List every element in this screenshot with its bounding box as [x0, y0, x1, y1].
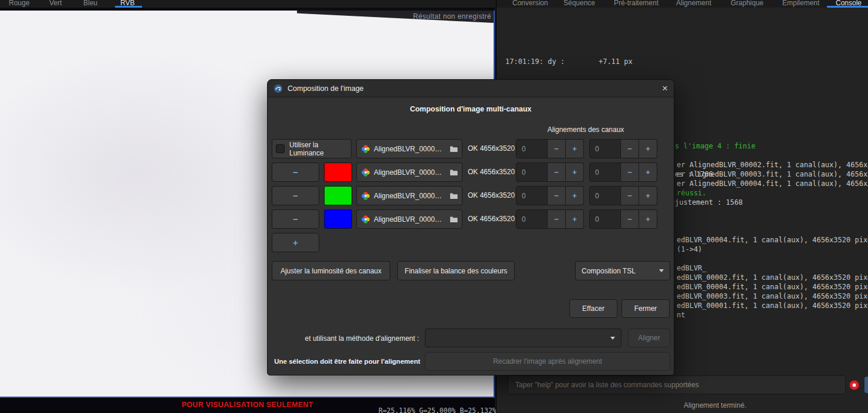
spin-increase-button[interactable]: +: [639, 163, 657, 182]
x-shift-spinbutton: 0 − +: [516, 186, 584, 205]
y-shift-spinbutton: 0 − +: [589, 139, 657, 158]
spin-increase-button[interactable]: +: [566, 209, 584, 229]
image-icon: [361, 144, 370, 154]
composition-type-dropdown[interactable]: Composition TSL: [575, 261, 670, 280]
chevron-down-icon: [610, 337, 615, 340]
x-shift-spinbutton: 0 − +: [516, 209, 584, 229]
dialog-title: Composition de l'image: [288, 84, 364, 93]
pixel-values-readout: R=25.116% G=25.000% B=25.132%: [379, 407, 497, 413]
tab-empilement[interactable]: Empilement: [782, 0, 819, 7]
tab-sequence[interactable]: Séquence: [563, 0, 595, 7]
red-channel-row: − AlignedBLVR_00004.fit OK 4656x3520 0: [272, 163, 671, 182]
viewer-status-band: POUR VISUALISATION SEULEMENT R=25.116% G…: [0, 398, 495, 413]
crop-after-alignment-button[interactable]: Recadrer l'image après alignement: [425, 352, 670, 371]
console-line-fragment: réussi.: [677, 188, 707, 198]
channel-color-swatch-blue[interactable]: [324, 209, 352, 229]
console-line-fragment: edBLVR_00001.fit, 1 canal(aux), 4656x352…: [677, 301, 868, 310]
spin-decrease-button[interactable]: −: [621, 209, 639, 229]
luminance-channel-row: Utiliser la Luminance AlignedBLVR_00002.…: [272, 139, 671, 158]
tab-vert[interactable]: Vert: [49, 0, 62, 7]
console-line-fragment: edBLVR_00004.fit, 1 canal(aux), 4656x352…: [677, 235, 868, 245]
tab-alignement[interactable]: Alignement: [676, 0, 711, 7]
spin-increase-button[interactable]: +: [566, 186, 584, 205]
y-shift-spinbutton: 0 − +: [589, 163, 657, 182]
spin-decrease-button[interactable]: −: [621, 163, 639, 182]
use-luminance-toggle[interactable]: Utiliser la Luminance: [272, 139, 352, 158]
console-line-fragment: edBLVR_00003.fit, 1 canal(aux), 4656x352…: [677, 292, 868, 301]
spin-increase-button[interactable]: +: [639, 209, 657, 229]
tab-bleu[interactable]: Bleu: [83, 0, 97, 7]
spin-value[interactable]: 0: [516, 186, 548, 205]
folder-icon: [450, 145, 458, 153]
console-line-fragment: (1->4): [677, 245, 702, 254]
console-line-fragment: nt: [677, 310, 685, 320]
console-line-fragment: edBLVR_00002.fit, 1 canal(aux), 4656x352…: [677, 273, 868, 282]
luminance-label: Utiliser la Luminance: [289, 141, 351, 157]
luminance-file-chooser[interactable]: AlignedBLVR_00002.fit: [356, 139, 462, 158]
spin-value[interactable]: 0: [589, 186, 621, 205]
x-shift-spinbutton: 0 − +: [516, 163, 584, 182]
console-line-fragment: er AlignedBLVR_00004.fit, 1 canal(aux), …: [677, 179, 868, 188]
spin-decrease-button[interactable]: −: [548, 209, 566, 229]
file-status: OK 4656x3520: [468, 215, 515, 223]
finalize-color-balance-button[interactable]: Finaliser la balance des couleurs: [397, 261, 515, 280]
spin-increase-button[interactable]: +: [639, 186, 657, 205]
spin-increase-button[interactable]: +: [639, 139, 657, 158]
green-channel-row: − AlignedBLVR_00003.fit OK 4656x3520 0: [272, 186, 671, 205]
image-channel-tabbar: Rouge Vert Bleu RVB: [0, 0, 495, 8]
spin-value[interactable]: 0: [589, 209, 621, 229]
console-line-fragment: er AlignedBLVR_00002.fit, 1 canal(aux), …: [677, 160, 868, 170]
remove-channel-button[interactable]: −: [272, 186, 319, 205]
tab-conversion[interactable]: Conversion: [512, 0, 548, 7]
remove-channel-button[interactable]: −: [272, 209, 319, 229]
file-status: OK 4656x3520: [468, 144, 515, 153]
command-status-icon[interactable]: [849, 380, 859, 390]
chevron-down-icon: [659, 269, 664, 272]
dialog-titlebar[interactable]: Composition de l'image ×: [268, 80, 674, 97]
clear-button[interactable]: Effacer: [569, 299, 617, 318]
alignment-method-dropdown[interactable]: [425, 329, 622, 347]
spin-value[interactable]: 0: [516, 209, 548, 229]
red-channel-file-chooser[interactable]: AlignedBLVR_00004.fit: [356, 163, 462, 182]
tools-tabbar: Conversion Séquence Pré-traitement Align…: [497, 0, 868, 8]
spin-decrease-button[interactable]: −: [621, 186, 639, 205]
spin-decrease-button[interactable]: −: [621, 139, 639, 158]
spin-increase-button[interactable]: +: [566, 139, 584, 158]
file-status: OK 4656x3520: [468, 191, 515, 199]
spin-value[interactable]: 0: [516, 163, 548, 182]
alignment-method-label: et utilisant la méthode d'alignement :: [268, 334, 419, 343]
spin-increase-button[interactable]: +: [566, 163, 584, 182]
folder-icon: [450, 192, 458, 199]
dialog-body: Composition d'image multi-canaux Alignem…: [268, 97, 674, 375]
channel-color-swatch-red[interactable]: [324, 163, 352, 182]
spin-value[interactable]: 0: [589, 163, 621, 182]
spin-decrease-button[interactable]: −: [548, 186, 566, 205]
spin-value[interactable]: 0: [516, 139, 548, 158]
luminance-checkbox[interactable]: [276, 144, 285, 153]
tab-pretraitement[interactable]: Pré-traitement: [614, 0, 658, 7]
image-icon: [361, 191, 370, 201]
align-button[interactable]: Aligner: [628, 329, 670, 347]
dialog-heading: Composition d'image multi-canaux: [268, 105, 674, 113]
file-name: AlignedBLVR_00001.fit: [374, 215, 445, 224]
console-line-fragment: er AlignedBLVR_00003.fit, 1 canal(aux), …: [677, 170, 868, 179]
green-channel-file-chooser[interactable]: AlignedBLVR_00003.fit: [356, 186, 462, 205]
tab-graphique[interactable]: Graphique: [731, 0, 764, 7]
command-input[interactable]: [508, 375, 846, 394]
partial-button-edge[interactable]: [864, 377, 868, 393]
blue-channel-file-chooser[interactable]: AlignedBLVR_00001.fit: [356, 209, 462, 229]
remove-channel-button[interactable]: −: [272, 163, 319, 182]
channel-color-swatch-green[interactable]: [324, 186, 352, 205]
close-button[interactable]: Fermer: [622, 299, 670, 318]
console-line-fragment: edBLVR_: [677, 263, 707, 273]
tab-rouge[interactable]: Rouge: [9, 0, 29, 7]
spin-value[interactable]: 0: [589, 139, 621, 158]
close-icon[interactable]: ×: [654, 82, 668, 95]
spin-decrease-button[interactable]: −: [548, 139, 566, 158]
y-shift-spinbutton: 0 − +: [589, 186, 657, 205]
unsaved-result-label: Résultat non enregistré: [413, 12, 491, 21]
adjust-brightness-button[interactable]: Ajuster la luminosité des canaux: [272, 261, 390, 280]
spin-decrease-button[interactable]: −: [548, 163, 566, 182]
image-icon: [361, 168, 370, 177]
add-channel-button[interactable]: +: [272, 233, 319, 252]
